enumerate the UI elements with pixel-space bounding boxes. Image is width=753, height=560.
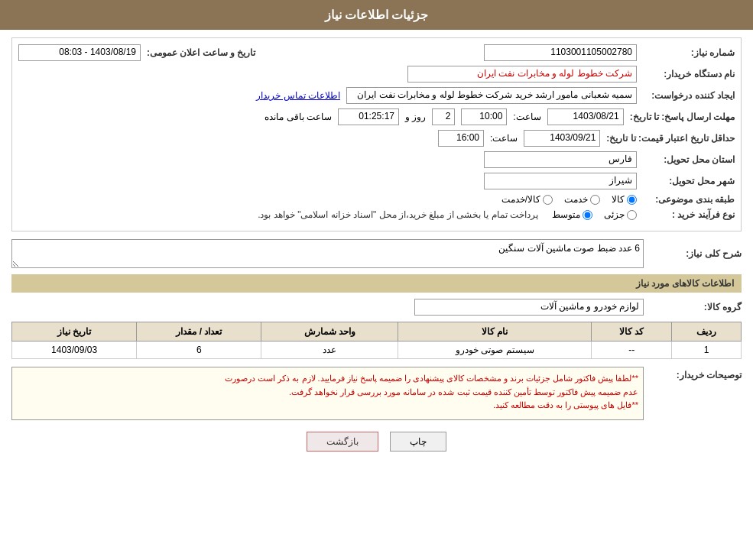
page-title: جزئیات اطلاعات نیاز [325,8,429,21]
ijad-konande-value: سمیه شعبانی مامور ارشد خرید شرکت خطوط لو… [346,87,637,104]
radio-jazei: جزئی [604,209,637,220]
mohlat-saat-label: ساعت: [513,112,540,122]
tozihat-content: **لطفا پیش فاکتور شامل جزئیات برند و مشخ… [11,367,644,420]
row-tabaqe: طبقه بندی موضوعی: کالا خدمت کالا/خدمت [18,194,735,205]
row-namDastgah: نام دستگاه خریدار: شرکت خطوط لوله و مخاب… [18,66,735,83]
row-goroh: گروه کالا: لوازم خودرو و ماشین آلات [11,299,742,316]
nam-dastgah-value: شرکت خطوط لوله و مخابرات نفت ایران [407,66,637,83]
bottom-buttons: چاپ بازگشت [11,432,742,452]
table-header-row: ردیف کد کالا نام کالا واحد شمارش تعداد /… [12,322,742,342]
mohlat-date: 1403/08/21 [547,108,624,125]
kala-table-section: ردیف کد کالا نام کالا واحد شمارش تعداد /… [11,322,742,359]
hadaq-date: 1403/09/21 [524,130,600,147]
row-tozihat: توصیحات خریدار: **لطفا پیش فاکتور شامل ج… [11,367,742,420]
radio-khedmat-label: خدمت [564,194,588,205]
content-area: شماره نیاز: 1103001105002780 تاریخ و ساع… [0,30,753,471]
radio-motavaset-label: متوسط [552,209,580,220]
tarikh-value: 1403/08/19 - 08:03 [18,44,141,61]
radio-jazei-label: جزئی [604,209,625,220]
radio-khedmat: خدمت [564,194,600,205]
tozihat-line1: **لطفا پیش فاکتور شامل جزئیات برند و مشخ… [225,374,638,383]
main-info-section: شماره نیاز: 1103001105002780 تاریخ و ساع… [11,37,742,231]
radio-kala-khedmat: کالا/خدمت [501,194,553,205]
goroh-label: گروه کالا: [650,302,742,312]
th-tedad: تعداد / مقدار [137,322,261,342]
row-ostan: استان محل تحویل: فارس [18,151,735,168]
shahr-label: شهر محل تحویل: [643,176,735,186]
print-button[interactable]: چاپ [390,432,446,452]
row-sharh: شرح کلی نیاز: 6 عدد ضبط صوت ماشین آلات س… [11,239,742,268]
th-vahedShomarsh: واحد شمارش [261,322,398,342]
row-shomareNiaz: شماره نیاز: 1103001105002780 تاریخ و ساع… [18,44,735,61]
mohlat-mande: 01:25:17 [338,108,399,125]
tabaqe-radio-group: کالا خدمت کالا/خدمت [501,194,637,205]
hadaq-label: حداقل تاریخ اعتبار قیمت: تا تاریخ: [606,133,735,144]
kala-table: ردیف کد کالا نام کالا واحد شمارش تعداد /… [11,322,742,359]
nam-dastgah-label: نام دستگاه خریدار: [643,69,735,79]
kalaha-section-title: اطلاعات کالاهای مورد نیاز [11,274,742,293]
tarikh-label: تاریخ و ساعت اعلان عمومی: [147,47,255,58]
radio-khedmat-input[interactable] [590,195,600,205]
hadaq-saat: 16:00 [438,130,484,147]
radio-kala: کالا [612,194,637,205]
row-noeFarayand: نوع فرآیند خرید : جزئی متوسط پرداخت تمام… [18,209,735,220]
radio-kala-khedmat-input[interactable] [543,195,553,205]
mohlat-rooz: 2 [432,108,455,125]
tozihat-line2: عدم ضمیمه پیش فاکتور توسط تأمین کننده قی… [289,387,638,397]
row-ijadKonande: ایجاد کننده درخواست: سمیه شعبانی مامور ا… [18,87,735,104]
row-mohlat: مهلت ارسال پاسخ: تا تاریخ: 1403/08/21 سا… [18,108,735,125]
goroh-value: لوازم خودرو و ماشین آلات [414,299,644,316]
tozihat-line3: **فایل های پیوستی را به دقت مطالعه کنید. [493,400,638,409]
th-radif: ردیف [671,322,741,342]
noe-farayand-radio-group: جزئی متوسط [552,209,637,220]
radio-jazei-input[interactable] [627,210,637,220]
ostan-label: استان محل تحویل: [643,154,735,165]
radio-motavaset-input[interactable] [583,210,592,220]
sharh-label: شرح کلی نیاز: [650,248,742,259]
th-kodKala: کد کالا [592,322,672,342]
mohlat-label: مهلت ارسال پاسخ: تا تاریخ: [630,112,735,122]
th-namKala: نام کالا [398,322,591,342]
tozihat-label: توصیحات خریدار: [650,367,742,380]
sharh-textarea[interactable]: 6 عدد ضبط صوت ماشین آلات سنگین [11,239,644,268]
back-button[interactable]: بازگشت [307,432,378,452]
page-header: جزئیات اطلاعات نیاز [0,0,753,30]
th-tarikh: تاریخ نیاز [12,322,137,342]
hadaq-saat-label: ساعت: [490,133,518,144]
ijad-konande-link[interactable]: اطلاعات تماس خریدار [256,90,340,101]
shomare-niaz-label: شماره نیاز: [643,47,735,58]
tabaqe-label: طبقه بندی موضوعی: [643,194,735,205]
shomare-niaz-value: 1103001105002780 [484,44,637,61]
table-row: 1--سیستم صوتی خودروعدد61403/09/03 [12,342,742,359]
ostan-value: فارس [484,151,637,168]
noe-farayand-label: نوع فرآیند خرید : [643,209,735,220]
radio-kala-khedmat-label: کالا/خدمت [501,194,540,205]
shahr-value: شیراز [484,173,637,189]
radio-kala-label: کالا [612,194,625,205]
mohlat-saat: 10:00 [461,108,507,125]
mohlat-rooz-label: روز و [405,112,426,122]
row-shahr: شهر محل تحویل: شیراز [18,173,735,189]
radio-kala-input[interactable] [627,195,637,205]
noe-farayand-desc: پرداخت تمام یا بخشی از مبلغ خرید،از محل … [258,209,538,220]
radio-motavaset: متوسط [552,209,592,220]
page-wrapper: جزئیات اطلاعات نیاز شماره نیاز: 11030011… [0,0,753,560]
mohlat-mande-label: ساعت باقی مانده [265,112,332,122]
row-hadaq: حداقل تاریخ اعتبار قیمت: تا تاریخ: 1403/… [18,130,735,147]
ijad-konande-label: ایجاد کننده درخواست: [643,90,735,101]
